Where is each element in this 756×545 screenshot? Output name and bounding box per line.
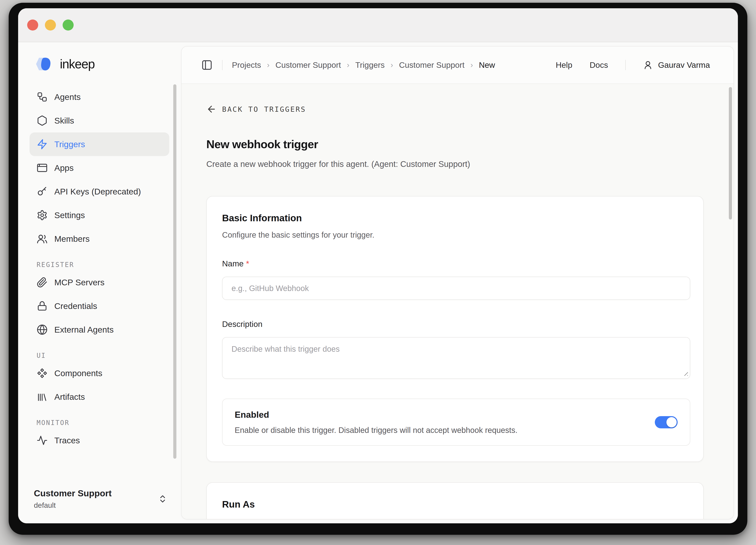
app-window-icon xyxy=(37,162,48,173)
paperclip-icon xyxy=(37,277,48,288)
enabled-toggle[interactable] xyxy=(655,416,678,428)
sidebar-item-credentials[interactable]: Credentials xyxy=(30,294,169,318)
sidebar-item-skills[interactable]: Skills xyxy=(30,109,169,132)
users-icon xyxy=(37,233,48,244)
user-icon xyxy=(643,60,653,70)
user-menu[interactable]: Gaurav Varma xyxy=(643,60,710,70)
arrow-left-icon xyxy=(206,104,217,114)
inkeep-logo[interactable]: inkeep xyxy=(34,55,169,73)
user-name: Gaurav Varma xyxy=(658,60,710,70)
main-panel: Projects › Customer Support › Triggers ›… xyxy=(181,46,734,519)
back-link-label: BACK TO TRIGGERS xyxy=(222,105,306,113)
sidebar-item-label: Triggers xyxy=(54,139,85,149)
inkeep-logo-icon xyxy=(34,55,56,73)
close-button[interactable] xyxy=(27,19,38,31)
card-title: Basic Information xyxy=(222,212,690,223)
description-field-label: Description xyxy=(222,320,690,329)
lock-icon xyxy=(37,301,48,312)
sidebar-section-monitor: MONITOR xyxy=(37,419,169,427)
sidebar-item-label: Traces xyxy=(54,436,80,445)
enabled-setting-row: Enabled Enable or disable this trigger. … xyxy=(222,399,690,446)
card-title: Run As xyxy=(222,499,690,510)
breadcrumb-customer-support[interactable]: Customer Support xyxy=(275,60,341,70)
breadcrumb-separator: › xyxy=(267,61,270,69)
breadcrumb-separator: › xyxy=(470,61,473,69)
component-icon xyxy=(37,368,48,379)
sidebar: inkeep Agents Skills xyxy=(18,42,181,523)
page-subtitle: Create a new webhook trigger for this ag… xyxy=(206,159,704,169)
app-window: inkeep Agents Skills xyxy=(9,3,747,535)
run-as-card: Run As Choose which user identity the tr… xyxy=(206,482,704,519)
breadcrumb-separator: › xyxy=(347,61,349,69)
docs-link[interactable]: Docs xyxy=(590,60,608,70)
minimize-button[interactable] xyxy=(45,19,56,31)
project-environment: default xyxy=(34,501,112,510)
sidebar-item-triggers[interactable]: Triggers xyxy=(30,132,169,156)
name-field-label: Name * xyxy=(222,259,690,268)
sidebar-item-apps[interactable]: Apps xyxy=(30,156,169,180)
activity-icon xyxy=(37,435,48,446)
key-icon xyxy=(37,186,48,197)
project-switcher[interactable]: Customer Support default xyxy=(30,488,169,510)
breadcrumb: Projects › Customer Support › Triggers ›… xyxy=(232,60,495,70)
sidebar-item-components[interactable]: Components xyxy=(30,361,169,385)
help-link[interactable]: Help xyxy=(556,60,572,70)
sidebar-item-members[interactable]: Members xyxy=(30,227,169,250)
library-icon xyxy=(37,391,48,402)
required-asterisk: * xyxy=(246,259,249,268)
sidebar-scrollbar[interactable] xyxy=(173,84,176,459)
project-name: Customer Support xyxy=(34,488,112,499)
page-title: New webhook trigger xyxy=(206,137,704,151)
breadcrumb-separator: › xyxy=(391,61,393,69)
sidebar-section-ui: UI xyxy=(37,352,169,360)
hexagon-icon xyxy=(37,115,48,126)
basic-information-card: Basic Information Configure the basic se… xyxy=(206,196,704,462)
header-divider xyxy=(625,60,626,70)
sidebar-item-label: Skills xyxy=(54,116,74,125)
back-to-triggers-link[interactable]: BACK TO TRIGGERS xyxy=(206,104,704,114)
description-textarea-wrap xyxy=(222,337,690,379)
workflow-icon xyxy=(37,91,48,102)
toggle-knob xyxy=(666,417,677,427)
sidebar-item-mcp-servers[interactable]: MCP Servers xyxy=(30,270,169,294)
header-divider xyxy=(222,60,222,70)
sidebar-section-register: REGISTER xyxy=(37,261,169,268)
sidebar-item-external-agents[interactable]: External Agents xyxy=(30,318,169,342)
zoom-button[interactable] xyxy=(63,19,74,31)
sidebar-item-label: Apps xyxy=(54,163,74,173)
enabled-label: Enabled xyxy=(235,410,643,420)
card-description: Configure the basic settings for your tr… xyxy=(222,230,690,239)
gear-icon xyxy=(37,210,48,221)
globe-icon xyxy=(37,324,48,335)
sidebar-item-label: Credentials xyxy=(54,301,97,311)
logo-wordmark: inkeep xyxy=(60,57,95,71)
sidebar-item-label: MCP Servers xyxy=(54,278,105,287)
run-as-description: Choose which user identity the trigger s… xyxy=(222,517,690,519)
window-titlebar xyxy=(18,8,738,42)
breadcrumb-triggers[interactable]: Triggers xyxy=(355,60,385,70)
chevrons-up-down-icon xyxy=(158,494,167,504)
sidebar-item-label: API Keys (Deprecated) xyxy=(54,187,141,196)
sidebar-item-label: Settings xyxy=(54,210,85,220)
sidebar-item-api-keys[interactable]: API Keys (Deprecated) xyxy=(30,180,169,203)
sidebar-item-label: Components xyxy=(54,369,102,378)
breadcrumb-bar: Projects › Customer Support › Triggers ›… xyxy=(182,46,734,84)
page-content: BACK TO TRIGGERS New webhook trigger Cre… xyxy=(182,84,734,519)
breadcrumb-customer-support-agent[interactable]: Customer Support xyxy=(399,60,465,70)
breadcrumb-projects[interactable]: Projects xyxy=(232,60,261,70)
description-textarea[interactable] xyxy=(222,337,690,379)
content-scrollbar[interactable] xyxy=(729,87,732,219)
breadcrumb-new: New xyxy=(479,60,495,70)
sidebar-item-label: External Agents xyxy=(54,325,114,335)
sidebar-item-label: Agents xyxy=(54,92,81,102)
sidebar-toggle-button[interactable] xyxy=(201,59,213,71)
enabled-description: Enable or disable this trigger. Disabled… xyxy=(235,426,643,435)
sidebar-item-agents[interactable]: Agents xyxy=(30,85,169,109)
sidebar-item-settings[interactable]: Settings xyxy=(30,203,169,227)
sidebar-item-traces[interactable]: Traces xyxy=(30,429,169,452)
zap-icon xyxy=(37,139,48,150)
sidebar-item-artifacts[interactable]: Artifacts xyxy=(30,385,169,409)
name-input[interactable] xyxy=(222,277,690,300)
sidebar-item-label: Members xyxy=(54,234,90,244)
sidebar-item-label: Artifacts xyxy=(54,392,85,402)
